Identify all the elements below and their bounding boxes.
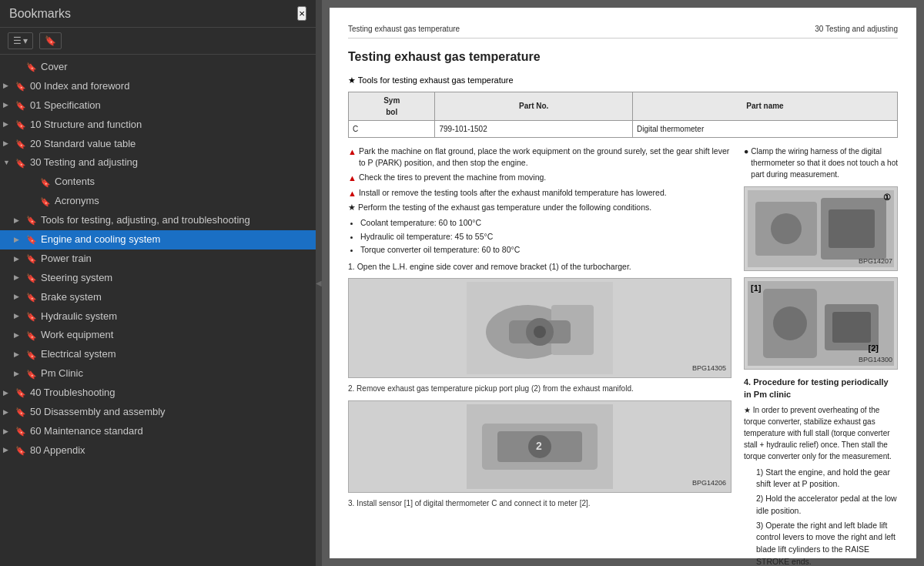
right-note-text: Clamp the wiring harness of the digital … [751, 146, 898, 180]
condition-item: Coolant temperature: 60 to 100°C [360, 217, 732, 229]
sidebar-item-label: 80 Appendix [30, 444, 85, 457]
sidebar-item-00-index[interactable]: ▶🔖00 Index and foreword [0, 77, 316, 96]
bookmark-item-icon: 🔖 [15, 426, 26, 437]
sidebar-item-30-testing[interactable]: ▼🔖30 Testing and adjusting [0, 153, 316, 172]
sidebar-item-60-maintenance[interactable]: ▶🔖60 Maintenance standard [0, 422, 316, 441]
sidebar-item-50-disassembly[interactable]: ▶🔖50 Disassembly and assembly [0, 403, 316, 422]
sidebar-item-label: Steering system [41, 272, 112, 285]
sidebar-title: Bookmarks [9, 7, 71, 21]
main-content[interactable]: Testing exhaust gas temperature 30 Testi… [322, 0, 924, 566]
image-2: 2 BPG14206 [348, 400, 732, 493]
page-header: Testing exhaust gas temperature 30 Testi… [348, 23, 898, 39]
warning-item: ▲Park the machine on flat ground, place … [348, 146, 732, 170]
sidebar-item-40-trouble[interactable]: ▶🔖40 Troubleshooting [0, 383, 316, 403]
svg-rect-15 [829, 209, 875, 248]
expand-arrow-icon: ▶ [14, 216, 26, 226]
proc-note: ★ In order to prevent overheating of the… [744, 404, 898, 462]
imgr2-num2: [2] [869, 342, 879, 355]
dropdown-arrow-icon: ▾ [23, 35, 28, 46]
sidebar-item-label: 30 Testing and adjusting [30, 156, 138, 169]
bookmark-item-icon: 🔖 [26, 253, 37, 264]
imgr1-label: BPG14207 [859, 256, 892, 267]
expand-arrow-icon: ▶ [3, 408, 15, 417]
img2-label: BPG14206 [692, 478, 726, 489]
page-title: Testing exhaust gas temperature [348, 48, 898, 66]
expand-arrow-icon: ▶ [14, 236, 26, 245]
header-left: Testing exhaust gas temperature [348, 23, 460, 35]
expand-arrow-icon: ▶ [3, 120, 15, 129]
sidebar-item-30-tools[interactable]: ▶🔖Tools for testing, adjusting, and trou… [0, 211, 316, 230]
expand-arrow-icon: ▶ [3, 389, 15, 398]
sub-steps-container: 1) Start the engine, and hold the gear s… [744, 467, 898, 567]
sidebar-item-10-structure[interactable]: ▶🔖10 Structure and function [0, 116, 316, 135]
resize-icon: ◀ [316, 279, 322, 287]
sidebar-header: Bookmarks × [0, 0, 316, 28]
bookmark-item-icon: 🔖 [26, 350, 37, 360]
sidebar-item-30-steering[interactable]: ▶🔖Steering system [0, 269, 316, 288]
sidebar-item-label: Contents [55, 176, 95, 189]
img1-svg [467, 282, 613, 374]
sidebar-item-label: 60 Maintenance standard [30, 425, 143, 438]
sidebar-item-label: Cover [41, 61, 68, 74]
step1-text: 1. Open the L.H. engine side cover and r… [348, 261, 732, 273]
warning-item: ▲Install or remove the testing tools aft… [348, 187, 732, 200]
resize-handle[interactable]: ◀ [316, 0, 322, 566]
star-note-text: Perform the testing of the exhaust gas t… [358, 202, 651, 214]
sidebar-item-30-pmclinic[interactable]: ▶🔖Pm Clinic [0, 364, 316, 383]
bookmark-item-icon: 🔖 [26, 330, 37, 341]
bookmark-item-icon: 🔖 [26, 62, 37, 72]
bookmark-item-icon: 🔖 [15, 81, 26, 92]
toolbar-list-button[interactable]: ☰ ▾ [8, 32, 33, 49]
svg-text:2: 2 [536, 440, 542, 452]
sidebar-item-label: Engine and cooling system [41, 233, 160, 246]
sidebar-item-30-contents[interactable]: 🔖Contents [0, 172, 316, 192]
expand-arrow-icon: ▼ [3, 159, 15, 168]
sidebar-item-label: Electrical system [41, 348, 116, 361]
star-note-para: ★ Perform the testing of the exhaust gas… [348, 202, 732, 214]
bookmark-item-icon: 🔖 [15, 119, 26, 130]
svg-point-19 [773, 306, 807, 340]
svg-rect-20 [832, 312, 871, 343]
sidebar-item-30-workequip[interactable]: ▶🔖Work equipment [0, 326, 316, 345]
expand-arrow-icon: ▶ [14, 312, 26, 321]
expand-arrow-icon: ▶ [3, 139, 15, 149]
sidebar-item-01-spec[interactable]: ▶🔖01 Specification [0, 96, 316, 116]
sidebar-item-30-hydraulic[interactable]: ▶🔖Hydraulic system [0, 307, 316, 327]
warning-icon: ▲ [348, 172, 357, 185]
warning-icon: ▲ [348, 146, 357, 159]
bullet-icon: ● [744, 146, 748, 158]
table-cell: C [349, 120, 435, 137]
sidebar-item-label: Brake system [41, 291, 102, 304]
sidebar-item-20-standard[interactable]: ▶🔖20 Standard value table [0, 135, 316, 154]
svg-point-5 [534, 326, 546, 338]
sidebar-item-30-brake[interactable]: ▶🔖Brake system [0, 288, 316, 307]
step2-caption: 2. Remove exhaust gas temperature pickup… [348, 383, 732, 394]
imgr1-svg [748, 190, 894, 267]
col-partno: Part No. [435, 92, 633, 120]
imgr1-num: ① [883, 191, 891, 204]
star-icon: ★ [348, 202, 356, 214]
sidebar-item-80-appendix[interactable]: ▶🔖80 Appendix [0, 441, 316, 461]
bookmark-item-icon: 🔖 [40, 177, 51, 188]
two-col-layout: ▲Park the machine on flat ground, place … [348, 146, 898, 567]
bookmark-item-icon: 🔖 [15, 139, 26, 149]
bookmark-item-icon: 🔖 [26, 369, 37, 380]
col-partname: Part name [632, 92, 897, 120]
col-left: ▲Park the machine on flat ground, place … [348, 146, 732, 567]
sidebar-item-30-engine[interactable]: ▶🔖Engine and cooling system [0, 230, 316, 250]
table-cell: Digital thermometer [632, 120, 897, 137]
bookmark-icon: 🔖 [45, 35, 56, 46]
sidebar-item-30-acronyms[interactable]: 🔖Acronyms [0, 192, 316, 211]
bookmark-item-icon: 🔖 [26, 311, 37, 322]
sidebar-item-30-electrical[interactable]: ▶🔖Electrical system [0, 345, 316, 364]
sidebar-item-cover[interactable]: 🔖Cover [0, 58, 316, 77]
image-1: BPG14305 [348, 278, 732, 378]
expand-arrow-icon: ▶ [3, 82, 15, 91]
sidebar-item-label: Work equipment [41, 329, 113, 342]
table-cell: 799-101-1502 [435, 120, 633, 137]
sidebar-item-30-powertrain[interactable]: ▶🔖Power train [0, 250, 316, 269]
list-icon: ☰ [13, 35, 22, 46]
conditions-list: Coolant temperature: 60 to 100°CHydrauli… [360, 217, 732, 256]
toolbar-bookmark-button[interactable]: 🔖 [39, 32, 62, 49]
close-button[interactable]: × [297, 6, 306, 21]
